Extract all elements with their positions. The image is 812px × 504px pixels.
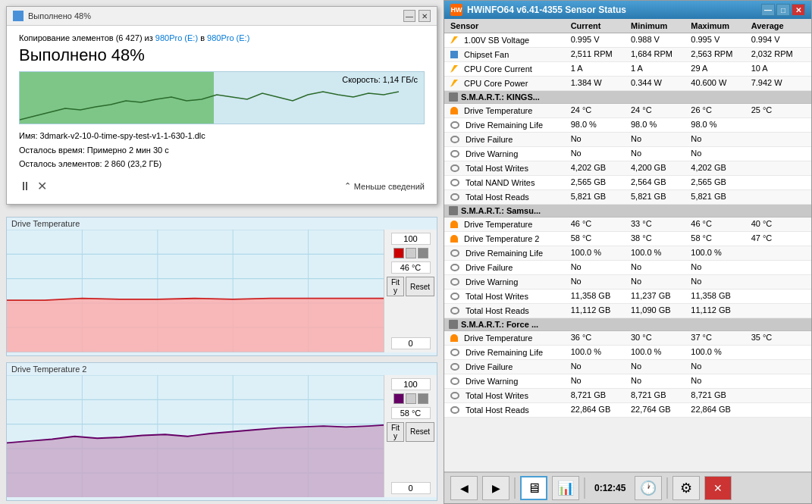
sensor-minimum: 33 °C (628, 218, 688, 230)
sensor-maximum: No (688, 276, 748, 288)
hwinfo-close-button[interactable]: ✕ (792, 4, 805, 16)
sensor-minimum: 100.0 % (628, 346, 688, 358)
hwinfo-maximize-button[interactable]: □ (776, 4, 790, 16)
sensor-minimum: No (628, 375, 688, 387)
sensor-current: No (568, 375, 628, 387)
copy-time-line: Осталось время: Примерно 2 мин 30 с (19, 143, 425, 158)
chart2-fit-button[interactable]: Fit y (387, 422, 404, 442)
toolbar-settings-button[interactable]: ⚙ (672, 476, 700, 500)
table-row[interactable]: Drive Failure No No No (444, 360, 811, 374)
sensor-minimum: No (628, 148, 688, 160)
toolbar-sep-3 (666, 477, 668, 499)
table-row[interactable]: Drive Failure No No No (444, 133, 811, 147)
table-row[interactable]: Drive Remaining Life 98.0 % 98.0 % 98.0 … (444, 118, 811, 133)
sensor-name: Total Host Reads (447, 305, 568, 317)
sensor-name: Drive Failure (447, 361, 568, 373)
table-row[interactable]: Drive Warning No No No (444, 374, 811, 389)
chart1-color-red[interactable] (393, 248, 404, 258)
table-row[interactable]: Total Host Reads 22,864 GB 22,764 GB 22,… (444, 403, 811, 418)
titlebar-controls: — ✕ (403, 10, 431, 22)
chart1-title: Drive Temperature (7, 218, 437, 230)
table-row[interactable]: 1.00V SB Voltage 0.995 V 0.988 V 0.995 V… (444, 33, 811, 48)
sensor-average (748, 390, 808, 402)
sensor-current: 5,821 GB (568, 191, 628, 203)
table-row[interactable]: Drive Warning No No No (444, 275, 811, 290)
chart1-color-gray2[interactable] (418, 248, 428, 258)
details-toggle-label: Меньше сведений (354, 182, 425, 191)
chart2-reset-button[interactable]: Reset (406, 422, 434, 442)
toolbar-close-button[interactable]: ✕ (704, 476, 732, 500)
sensor-average (748, 162, 808, 174)
group-icon (449, 206, 458, 215)
chart1-fit-reset: Fit y Reset (387, 277, 434, 296)
temp-icon (450, 221, 458, 228)
source-link[interactable]: 980Pro (E:) (155, 33, 198, 42)
hwinfo-win-controls: — □ ✕ (761, 4, 805, 16)
table-row[interactable]: Drive Temperature 46 °C 33 °C 46 °C 40 °… (444, 218, 811, 232)
table-row[interactable]: Total Host Reads 11,112 GB 11,090 GB 11,… (444, 304, 811, 318)
table-row[interactable]: Total Host Writes 11,358 GB 11,237 GB 11… (444, 290, 811, 304)
chart2-color-gray1[interactable] (406, 393, 416, 404)
table-row[interactable]: Drive Temperature 2 58 °C 38 °C 58 °C 47… (444, 232, 811, 246)
details-toggle-button[interactable]: ⌃ Меньше сведений (344, 181, 425, 191)
group-name: S.M.A.R.T.: KINGS... (461, 92, 540, 102)
copy-action-buttons: ⏸ ✕ (19, 179, 47, 193)
circle-icon (450, 264, 459, 271)
sensor-minimum: 38 °C (628, 233, 688, 245)
sensor-group-header: S.M.A.R.T.: KINGS... (444, 91, 811, 104)
sensor-current: No (568, 276, 628, 288)
toolbar-monitor-button[interactable]: 🖥 (520, 476, 547, 500)
sensor-name: 1.00V SB Voltage (447, 34, 568, 46)
stop-button[interactable]: ✕ (37, 179, 47, 193)
table-row[interactable]: Drive Failure No No No (444, 261, 811, 275)
titlebar-left: Выполнено 48% (13, 11, 91, 21)
toolbar-chart-button[interactable]: 📊 (552, 476, 579, 500)
toolbar-forward-button[interactable]: ▶ (482, 476, 509, 500)
table-row[interactable]: Total Host Writes 4,202 GB 4,200 GB 4,20… (444, 161, 811, 176)
chart1-fit-button[interactable]: Fit y (387, 277, 404, 296)
sensor-name: Drive Remaining Life (447, 346, 568, 358)
table-row[interactable]: CPU Core Current 1 A 1 A 29 A 10 A (444, 62, 811, 77)
copy-details: Имя: 3dmark-v2-10-0-time-spy-test-v1-1-6… (19, 129, 425, 171)
table-row[interactable]: Chipset Fan 2,511 RPM 1,684 RPM 2,563 RP… (444, 48, 811, 62)
toolbar-clock-icon: 🕐 (635, 476, 662, 500)
sensor-minimum: No (628, 261, 688, 274)
table-row[interactable]: CPU Core Power 1.384 W 0.344 W 40.600 W … (444, 77, 811, 91)
sensor-name: Total Host Writes (447, 162, 568, 174)
chart1-color-gray1[interactable] (406, 248, 416, 258)
sensor-minimum: 2,564 GB (628, 177, 688, 189)
sensor-table-body: 1.00V SB Voltage 0.995 V 0.988 V 0.995 V… (444, 33, 811, 471)
sensor-current: 22,864 GB (568, 404, 628, 416)
col-maximum: Maximum (688, 20, 748, 31)
chart1-colors (393, 248, 428, 258)
minimize-button[interactable]: — (403, 10, 415, 22)
sensor-maximum: 8,721 GB (688, 390, 748, 402)
chart2-color-gray2[interactable] (418, 393, 428, 404)
table-row[interactable]: Drive Temperature 24 °C 24 °C 26 °C 25 °… (444, 104, 811, 118)
table-row[interactable]: Drive Temperature 36 °C 30 °C 37 °C 35 °… (444, 331, 811, 346)
chart2-colors (393, 393, 428, 404)
toolbar-time: 0:12:45 (590, 483, 630, 493)
sensor-name: Total NAND Writes (447, 177, 568, 189)
dest-link[interactable]: 980Pro (E:) (207, 33, 249, 42)
close-button[interactable]: ✕ (419, 10, 431, 22)
sensor-current: 36 °C (568, 332, 628, 344)
table-row[interactable]: Drive Remaining Life 100.0 % 100.0 % 100… (444, 246, 811, 261)
col-minimum: Minimum (628, 20, 688, 31)
chart1-max: 100 (391, 233, 431, 245)
hwinfo-minimize-button[interactable]: — (761, 4, 775, 16)
table-row[interactable]: Total Host Reads 5,821 GB 5,821 GB 5,821… (444, 190, 811, 205)
toolbar-sep-2 (584, 477, 585, 499)
sensor-name: Total Host Reads (447, 404, 568, 416)
chart2-color-purple[interactable] (393, 393, 404, 404)
table-row[interactable]: Drive Warning No No No (444, 147, 811, 161)
toolbar-back-button[interactable]: ◀ (450, 476, 478, 500)
chart1-reset-button[interactable]: Reset (406, 277, 434, 296)
sensor-current: 58 °C (568, 233, 628, 245)
sensor-minimum: 1,684 RPM (628, 49, 688, 61)
sensor-average (748, 346, 808, 358)
pause-button[interactable]: ⏸ (19, 179, 31, 193)
table-row[interactable]: Drive Remaining Life 100.0 % 100.0 % 100… (444, 346, 811, 360)
table-row[interactable]: Total Host Writes 8,721 GB 8,721 GB 8,72… (444, 389, 811, 403)
table-row[interactable]: Total NAND Writes 2,565 GB 2,564 GB 2,56… (444, 176, 811, 190)
